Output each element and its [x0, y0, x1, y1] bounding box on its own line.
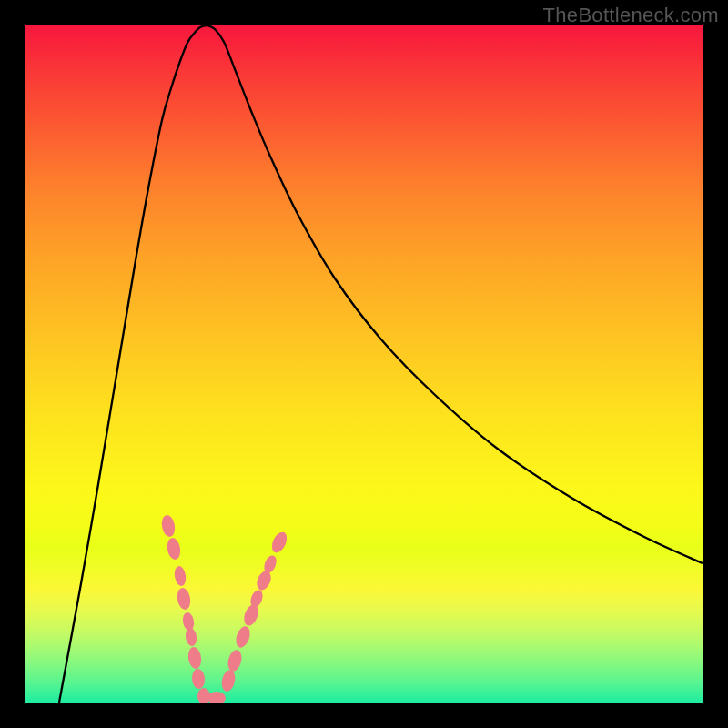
marker-point — [207, 692, 226, 703]
marker-point — [220, 669, 238, 693]
bottleneck-curve — [59, 25, 703, 703]
marker-point — [185, 627, 198, 646]
marker-point — [241, 602, 260, 627]
marker-point — [176, 587, 192, 611]
marker-point — [191, 668, 206, 689]
marker-point — [187, 646, 202, 670]
marker-point — [254, 569, 273, 592]
curve-layer — [25, 25, 703, 703]
marker-point — [226, 649, 243, 673]
curve-right-curve — [207, 25, 703, 563]
marker-point — [181, 612, 195, 632]
watermark-text: TheBottleneck.com — [543, 4, 719, 27]
marker-cluster — [160, 514, 289, 703]
marker-point — [173, 565, 187, 587]
marker-point — [234, 624, 253, 649]
marker-point — [160, 514, 177, 538]
marker-point — [269, 530, 290, 555]
marker-point — [166, 537, 182, 561]
plot-area — [25, 25, 703, 703]
chart-frame: TheBottleneck.com — [0, 0, 728, 728]
